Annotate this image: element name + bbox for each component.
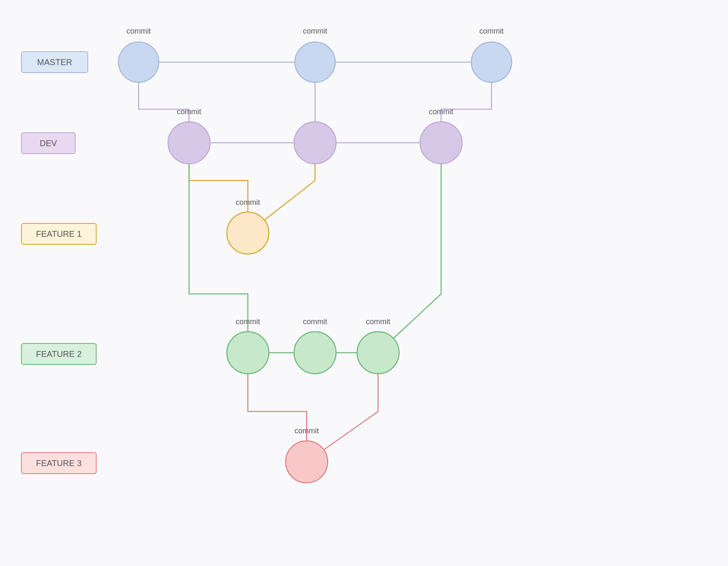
- commit-feature2-3: [357, 332, 399, 374]
- commit-master-3: [471, 42, 512, 82]
- label-feature1-1: commit: [236, 198, 260, 207]
- git-diagram-svg: commit commit commit commit commit commi…: [0, 0, 728, 566]
- commit-feature1-1: [227, 212, 269, 254]
- branch-label-feature1-text: FEATURE 1: [36, 229, 82, 239]
- branch-label-dev-text: DEV: [39, 139, 57, 148]
- branch-label-feature2: FEATURE 2: [21, 343, 97, 365]
- branch-label-feature3: FEATURE 3: [21, 452, 97, 474]
- label-master-1: commit: [126, 27, 151, 35]
- branch-label-feature3-text: FEATURE 3: [36, 459, 82, 468]
- commit-master-2: [295, 42, 335, 82]
- commit-master-1: [118, 42, 159, 82]
- branch-label-feature1: FEATURE 1: [21, 223, 97, 245]
- commit-dev-2: [294, 122, 336, 164]
- commit-dev-1: [168, 122, 210, 164]
- label-master-2: commit: [303, 27, 327, 35]
- branch-label-master: MASTER: [21, 51, 88, 73]
- label-feature3-1: commit: [294, 427, 319, 435]
- commit-feature3-1: [286, 441, 328, 483]
- commit-feature2-2: [294, 332, 336, 374]
- label-feature2-2: commit: [303, 317, 327, 326]
- branch-label-feature2-text: FEATURE 2: [36, 349, 82, 359]
- label-dev-3: commit: [429, 107, 453, 116]
- label-feature2-3: commit: [366, 317, 390, 326]
- branch-label-dev: DEV: [21, 132, 76, 154]
- commit-feature2-1: [227, 332, 269, 374]
- commit-dev-3: [420, 122, 462, 164]
- label-master-3: commit: [479, 27, 504, 35]
- branch-label-master-text: MASTER: [37, 58, 72, 67]
- diagram-canvas: commit commit commit commit commit commi…: [0, 0, 728, 566]
- label-dev-1: commit: [177, 107, 201, 116]
- label-feature2-1: commit: [236, 317, 260, 326]
